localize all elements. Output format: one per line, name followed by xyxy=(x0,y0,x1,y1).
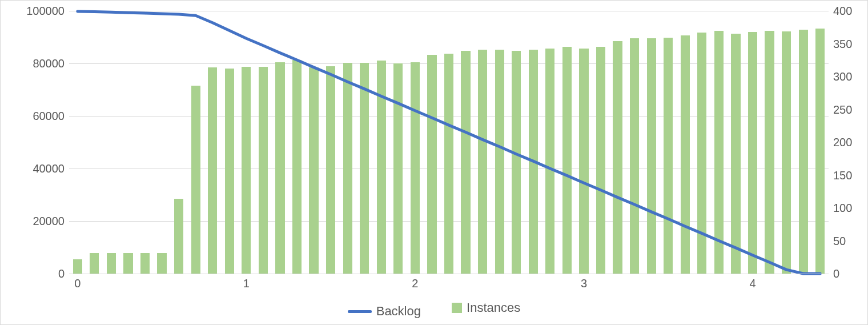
x-tick-label: 4 xyxy=(749,277,756,290)
chart-container: 020000400006000080000100000 050100150200… xyxy=(0,0,868,325)
square-icon xyxy=(452,303,462,313)
x-tick-label: 3 xyxy=(581,277,587,290)
y-left-axis-labels: 020000400006000080000100000 xyxy=(1,11,65,274)
y-left-tick-label: 40000 xyxy=(1,162,65,175)
y-left-tick-label: 0 xyxy=(1,267,65,280)
y-right-tick-label: 0 xyxy=(833,267,867,280)
y-left-tick-label: 100000 xyxy=(1,5,65,18)
line-icon xyxy=(348,310,372,313)
y-right-tick-label: 250 xyxy=(833,103,867,116)
y-right-tick-label: 150 xyxy=(833,168,867,182)
x-tick-label: 2 xyxy=(412,277,418,290)
legend-item-backlog: Backlog xyxy=(348,304,421,319)
y-right-tick-label: 100 xyxy=(833,202,867,215)
legend-item-instances: Instances xyxy=(452,300,520,315)
legend-instances-label: Instances xyxy=(467,300,520,315)
y-left-tick-label: 80000 xyxy=(1,57,65,70)
plot-area xyxy=(69,11,829,274)
x-axis xyxy=(69,274,829,274)
y-right-tick-label: 400 xyxy=(833,5,867,18)
x-tick-label: 1 xyxy=(243,277,250,290)
y-right-tick-label: 350 xyxy=(833,37,867,50)
y-right-axis-labels: 050100150200250300350400 xyxy=(833,11,867,274)
legend-backlog-label: Backlog xyxy=(376,304,421,319)
y-right-tick-label: 50 xyxy=(833,234,867,247)
x-axis-labels: 01234 xyxy=(69,277,829,293)
chart-legend: Backlog Instances xyxy=(1,300,867,319)
y-left-tick-label: 60000 xyxy=(1,110,65,123)
y-right-tick-label: 200 xyxy=(833,136,867,149)
backlog-line xyxy=(69,11,829,274)
y-right-tick-label: 300 xyxy=(833,70,867,83)
y-left-tick-label: 20000 xyxy=(1,215,65,228)
x-tick-label: 0 xyxy=(74,277,81,290)
